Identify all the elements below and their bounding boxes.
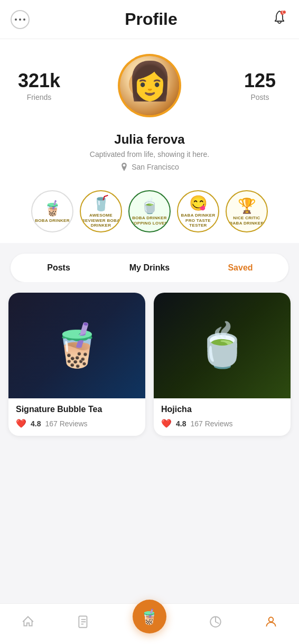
card-reviews-1: 167 Reviews	[45, 419, 87, 428]
avatar[interactable]	[118, 54, 181, 117]
page-title: Profile	[125, 10, 177, 29]
bottom-nav: 🧋	[0, 603, 299, 644]
card-meta-1: ❤️ 4.8 167 Reviews	[16, 418, 138, 428]
profile-section: 321k Friends 125 Posts Julia ferova Capt…	[0, 39, 299, 182]
posts-count: 125	[233, 70, 286, 92]
tab-saved[interactable]: Saved	[195, 257, 285, 279]
header: Profile	[0, 0, 299, 39]
nav-center-drink-button[interactable]: 🧋	[133, 600, 166, 633]
tabs-bar: Posts My Drinks Saved	[11, 254, 288, 282]
card-title-2: Hojicha	[161, 405, 283, 414]
notification-dot	[282, 10, 286, 14]
notification-button[interactable]	[273, 10, 286, 29]
heart-icon-2: ❤️	[161, 418, 172, 428]
card-image-2: 🍵	[154, 293, 291, 398]
badge-awesome-reviewer[interactable]: 🥤 AWESOME REVIEWER BOBA DRINKER	[80, 190, 122, 232]
menu-button[interactable]	[11, 10, 30, 29]
badge-topping-lover[interactable]: 🍵 BOBA DRINKER TOPPING LOVER	[128, 190, 171, 232]
card-rating-2: 4.8	[176, 419, 186, 428]
card-info-1: Signature Bubble Tea ❤️ 4.8 167 Reviews	[8, 398, 145, 436]
posts-label: Posts	[233, 93, 286, 101]
nav-profile[interactable]	[264, 615, 278, 629]
card-reviews-2: 167 Reviews	[190, 419, 232, 428]
profile-location: San Francisco	[120, 163, 179, 171]
heart-icon-1: ❤️	[16, 418, 26, 428]
tab-my-drinks[interactable]: My Drinks	[105, 257, 194, 279]
badges-section: 🧋 BOBA DRINKER 🥤 AWESOME REVIEWER BOBA D…	[0, 182, 299, 243]
card-image-1: 🧋	[8, 293, 145, 398]
card-rating-1: 4.8	[31, 419, 41, 428]
friends-count: 321k	[13, 70, 66, 92]
posts-stat: 125 Posts	[233, 70, 286, 101]
card-title-1: Signature Bubble Tea	[16, 405, 138, 414]
friends-stat: 321k Friends	[13, 70, 66, 101]
tabs-section: Posts My Drinks Saved	[0, 243, 299, 282]
card-hojicha[interactable]: 🍵 Hojicha ❤️ 4.8 167 Reviews	[154, 293, 291, 436]
profile-name: Julia ferova	[114, 132, 184, 147]
badge-nice-critic[interactable]: 🏆 NICE CRITIC BABA DRINKER	[226, 190, 268, 232]
card-meta-2: ❤️ 4.8 167 Reviews	[161, 418, 283, 428]
card-info-2: Hojicha ❤️ 4.8 167 Reviews	[154, 398, 291, 436]
svg-point-6	[269, 617, 274, 622]
stats-row: 321k Friends 125 Posts	[13, 54, 286, 117]
drink-center-icon: 🧋	[140, 608, 158, 626]
cards-section: 🧋 Signature Bubble Tea ❤️ 4.8 167 Review…	[0, 282, 299, 489]
profile-bio: Captivated from life, showing it here.	[90, 150, 209, 158]
badge-pro-taste-tester[interactable]: 😋 BABA DRINKER PRO TASTE TESTER	[177, 190, 219, 232]
nav-docs[interactable]	[77, 615, 90, 629]
friends-label: Friends	[13, 93, 66, 101]
nav-home[interactable]	[21, 615, 35, 629]
card-bubble-tea[interactable]: 🧋 Signature Bubble Tea ❤️ 4.8 167 Review…	[8, 293, 145, 436]
location-icon	[120, 163, 128, 171]
nav-chart[interactable]	[209, 615, 222, 629]
badge-boba-drinker[interactable]: 🧋 BOBA DRINKER	[31, 190, 73, 232]
tab-posts[interactable]: Posts	[14, 257, 104, 279]
location-text: San Francisco	[132, 163, 179, 171]
